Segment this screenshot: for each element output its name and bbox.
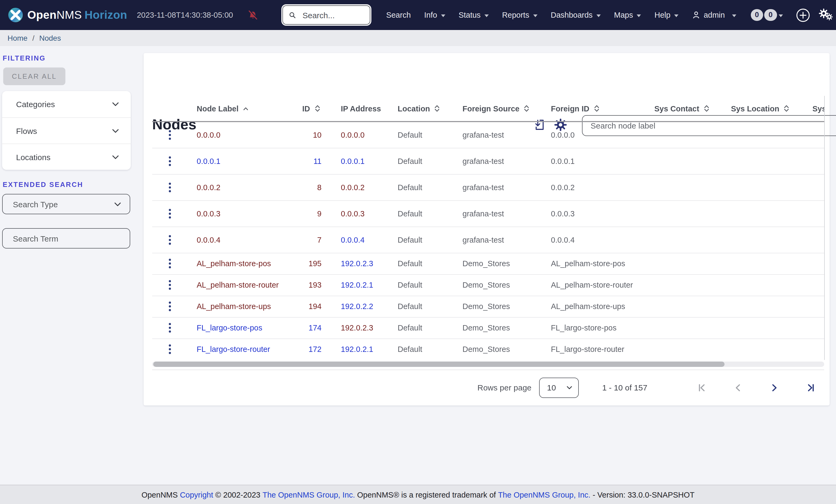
filter-accordion-locations[interactable]: Locations bbox=[2, 143, 131, 170]
row-actions[interactable] bbox=[152, 296, 179, 317]
horizontal-scrollbar[interactable] bbox=[152, 362, 824, 367]
nodes-card: Nodes Node LabelIDIP AddressLocationFore… bbox=[144, 53, 830, 405]
kebab-menu-icon[interactable] bbox=[168, 156, 171, 166]
row-actions[interactable] bbox=[152, 253, 179, 274]
node-ip-link[interactable]: 192.0.2.2 bbox=[327, 296, 391, 317]
node-id-link[interactable]: 172 bbox=[300, 338, 327, 360]
previous-page-button[interactable] bbox=[731, 381, 745, 394]
node-id-link[interactable]: 8 bbox=[300, 174, 327, 200]
footer-link[interactable]: The OpenNMS Group, Inc. bbox=[263, 490, 355, 499]
node-ip-link[interactable]: 192.0.2.3 bbox=[327, 253, 391, 274]
node-label-link[interactable]: 0.0.0.2 bbox=[179, 174, 300, 200]
row-actions[interactable] bbox=[152, 121, 179, 148]
kebab-menu-icon[interactable] bbox=[168, 209, 171, 218]
search-term-field[interactable] bbox=[2, 228, 130, 249]
brand-logo[interactable]: OpenNMSHorizon bbox=[7, 7, 127, 23]
node-ip-link[interactable]: 192.0.2.1 bbox=[327, 338, 391, 360]
next-page-button[interactable] bbox=[767, 381, 781, 394]
column-header-sys-contact[interactable]: Sys Contact bbox=[646, 96, 723, 121]
node-label-link[interactable]: AL_pelham-store-pos bbox=[179, 253, 300, 274]
column-header-location[interactable]: Location bbox=[391, 96, 456, 121]
kebab-menu-icon[interactable] bbox=[168, 235, 171, 245]
node-id-link[interactable]: 7 bbox=[300, 227, 327, 253]
row-actions[interactable] bbox=[152, 317, 179, 338]
nav-item-dashboards[interactable]: Dashboards bbox=[551, 11, 601, 19]
first-page-button[interactable] bbox=[695, 381, 708, 394]
nav-item-search[interactable]: Search bbox=[386, 11, 411, 19]
column-header-ip-address[interactable]: IP Address bbox=[327, 96, 391, 121]
kebab-menu-icon[interactable] bbox=[168, 323, 171, 333]
node-label-link[interactable]: AL_pelham-store-ups bbox=[179, 296, 300, 317]
nav-item-status[interactable]: Status bbox=[458, 11, 489, 19]
kebab-menu-icon[interactable] bbox=[168, 259, 171, 268]
column-label: Location bbox=[398, 104, 430, 113]
row-actions[interactable] bbox=[152, 338, 179, 360]
column-header-sys-d[interactable]: Sys D bbox=[804, 96, 825, 121]
notification-badges[interactable]: 00 bbox=[750, 9, 777, 21]
search-type-select[interactable]: Search Type bbox=[2, 194, 130, 214]
row-actions[interactable] bbox=[152, 200, 179, 227]
node-ip-link[interactable]: 192.0.2.3 bbox=[327, 317, 391, 338]
user-menu[interactable]: admin bbox=[692, 11, 736, 19]
node-label-link[interactable]: 0.0.0.0 bbox=[179, 121, 300, 148]
row-actions[interactable] bbox=[152, 174, 179, 200]
clear-all-button[interactable]: CLEAR ALL bbox=[3, 67, 65, 85]
kebab-menu-icon[interactable] bbox=[168, 182, 171, 192]
node-ip-link[interactable]: 0.0.0.0 bbox=[327, 121, 391, 148]
node-ip-link[interactable]: 0.0.0.4 bbox=[327, 227, 391, 253]
nav-item-info[interactable]: Info bbox=[424, 11, 445, 19]
node-ip-link[interactable]: 0.0.0.2 bbox=[327, 174, 391, 200]
admin-gears-button[interactable] bbox=[819, 7, 829, 23]
column-header-foreign-source[interactable]: Foreign Source bbox=[456, 96, 544, 121]
global-search-input[interactable] bbox=[301, 10, 364, 20]
breadcrumb-nodes[interactable]: Nodes bbox=[39, 34, 61, 42]
node-ip-link[interactable]: 192.0.2.1 bbox=[327, 274, 391, 296]
nav-item-maps[interactable]: Maps bbox=[614, 11, 641, 19]
column-header-foreign-id[interactable]: Foreign ID bbox=[544, 96, 646, 121]
node-label-link[interactable]: FL_largo-store-pos bbox=[179, 317, 300, 338]
column-header-node-label[interactable]: Node Label bbox=[179, 96, 300, 121]
node-id-link[interactable]: 11 bbox=[300, 148, 327, 174]
search-term-input[interactable] bbox=[3, 234, 130, 243]
notifications-off-icon[interactable] bbox=[247, 9, 259, 21]
row-actions[interactable] bbox=[152, 227, 179, 253]
nav-item-help[interactable]: Help bbox=[654, 11, 679, 19]
rows-per-page-select[interactable]: 10 bbox=[539, 377, 579, 398]
node-ip-link[interactable]: 0.0.0.3 bbox=[327, 200, 391, 227]
node-label-link[interactable]: 0.0.0.4 bbox=[179, 227, 300, 253]
node-label-link[interactable]: AL_pelham-store-router bbox=[179, 274, 300, 296]
node-ip-link[interactable]: 0.0.0.1 bbox=[327, 148, 391, 174]
nav-item-reports[interactable]: Reports bbox=[502, 11, 537, 19]
scrollbar-thumb[interactable] bbox=[153, 362, 724, 367]
kebab-menu-icon[interactable] bbox=[168, 302, 171, 311]
quick-add-button[interactable] bbox=[796, 8, 810, 22]
footer-link[interactable]: Copyright bbox=[180, 490, 213, 499]
kebab-menu-icon[interactable] bbox=[168, 345, 171, 354]
notification-badge-1[interactable]: 0 bbox=[750, 9, 763, 21]
node-label-link[interactable]: 0.0.0.1 bbox=[179, 148, 300, 174]
filter-accordion-flows[interactable]: Flows bbox=[2, 117, 131, 143]
breadcrumb-home[interactable]: Home bbox=[7, 34, 27, 42]
node-id-link[interactable]: 10 bbox=[300, 121, 327, 148]
node-label-link[interactable]: 0.0.0.3 bbox=[179, 200, 300, 227]
node-id-link[interactable]: 9 bbox=[300, 200, 327, 227]
notification-badge-2[interactable]: 0 bbox=[764, 9, 777, 21]
node-id-link[interactable]: 193 bbox=[300, 274, 327, 296]
row-actions[interactable] bbox=[152, 274, 179, 296]
kebab-menu-icon[interactable] bbox=[168, 280, 171, 290]
node-label-link[interactable]: FL_largo-store-router bbox=[179, 338, 300, 360]
node-id-link[interactable]: 174 bbox=[300, 317, 327, 338]
node-id-link[interactable]: 194 bbox=[300, 296, 327, 317]
accordion-label: Locations bbox=[16, 152, 50, 161]
global-search-box[interactable] bbox=[282, 5, 370, 25]
breadcrumb-separator: / bbox=[33, 34, 35, 42]
column-header-sys-location[interactable]: Sys Location bbox=[723, 96, 804, 121]
kebab-menu-icon[interactable] bbox=[168, 130, 171, 140]
column-label: Sys Contact bbox=[654, 104, 699, 113]
node-id-link[interactable]: 195 bbox=[300, 253, 327, 274]
column-header-id[interactable]: ID bbox=[300, 96, 327, 121]
filter-accordion-categories[interactable]: Categories bbox=[2, 91, 131, 117]
last-page-button[interactable] bbox=[804, 381, 818, 394]
row-actions[interactable] bbox=[152, 148, 179, 174]
footer-link[interactable]: The OpenNMS Group, Inc. bbox=[498, 490, 591, 499]
